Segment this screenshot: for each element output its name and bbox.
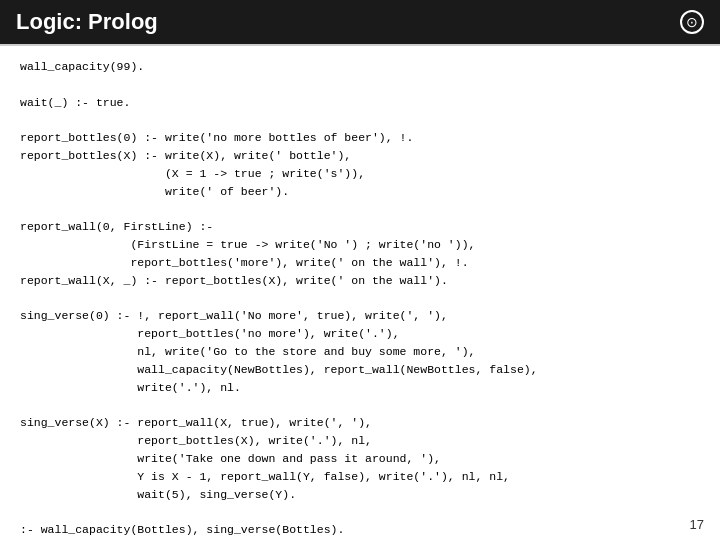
- page-number: 17: [690, 517, 704, 532]
- slide-title: Logic: Prolog: [16, 9, 158, 35]
- slide-content: wall_capacity(99). wait(_) :- true. repo…: [0, 46, 720, 540]
- header-icon: ⊙: [680, 10, 704, 34]
- slide-header: Logic: Prolog ⊙: [0, 0, 720, 44]
- prolog-code: wall_capacity(99). wait(_) :- true. repo…: [20, 58, 700, 539]
